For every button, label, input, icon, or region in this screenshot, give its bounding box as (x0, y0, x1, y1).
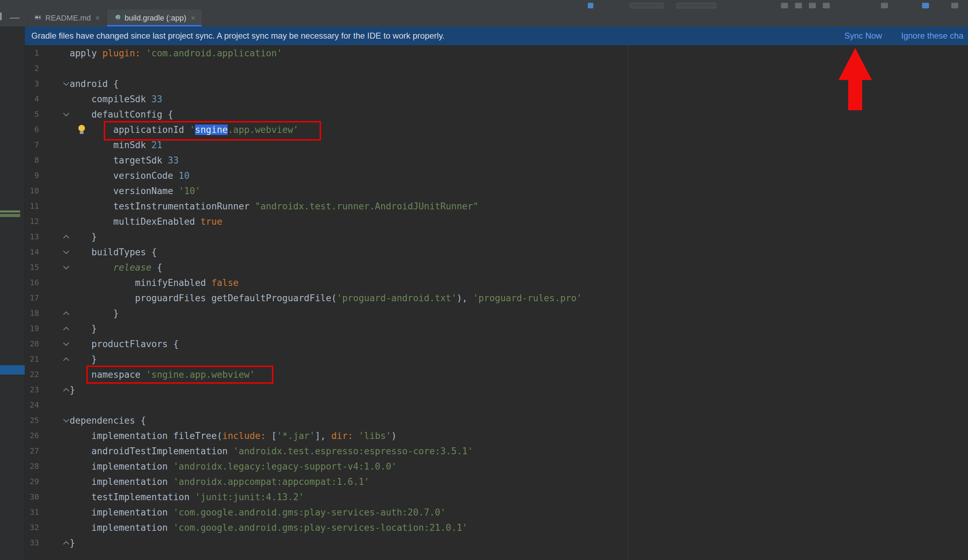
code-text: } (70, 382, 75, 398)
line-number: 6 (25, 122, 39, 137)
toolbar-icon-fragment-5[interactable] (823, 3, 830, 8)
line-number: 2 (25, 61, 39, 76)
line-number: 13 (25, 229, 39, 244)
line-number: 3 (25, 76, 39, 91)
tab-label: build.gradle (:app) (125, 13, 186, 23)
toolbar-icon-fragment-1[interactable] (588, 3, 593, 8)
code-line-15[interactable]: 15 release { (25, 260, 968, 275)
code-line-2[interactable]: 2 (25, 61, 968, 76)
tab-build-gradle[interactable]: build.gradle (:app) × (106, 9, 202, 26)
line-number: 27 (25, 443, 39, 459)
code-line-26[interactable]: 26 implementation fileTree(include: ['*.… (25, 428, 968, 443)
fold-down-icon[interactable] (63, 260, 70, 275)
ignore-changes-button[interactable]: Ignore these cha (901, 26, 963, 45)
code-line-11[interactable]: 11 testInstrumentationRunner "androidx.t… (25, 198, 968, 214)
code-text: } (70, 352, 97, 367)
fold-down-icon[interactable] (63, 244, 70, 260)
code-line-28[interactable]: 28 implementation 'androidx.legacy:legac… (25, 459, 968, 474)
code-line-18[interactable]: 18 } (25, 306, 968, 321)
line-number: 15 (25, 260, 39, 275)
code-line-20[interactable]: 20 productFlavors { (25, 336, 968, 352)
line-number: 25 (25, 413, 39, 428)
gradle-sync-banner: Gradle files have changed since last pro… (25, 26, 968, 45)
code-line-5[interactable]: 5 defaultConfig { (25, 107, 968, 122)
line-number: 33 (25, 535, 39, 551)
code-line-17[interactable]: 17 proguardFiles getDefaultProguardFile(… (25, 291, 968, 306)
fold-down-icon[interactable] (63, 76, 70, 91)
panel-mark-green (0, 210, 20, 213)
fold-up-icon[interactable] (63, 352, 70, 367)
tab-readme-md[interactable]: README.md × (27, 9, 106, 26)
toolbar-icon-fragment-2[interactable] (781, 3, 788, 8)
tool-window-icon-fragment[interactable] (0, 13, 2, 20)
code-text: release { (70, 260, 162, 275)
code-text: targetSdk 33 (70, 153, 179, 168)
code-line-31[interactable]: 31 implementation 'com.google.android.gm… (25, 505, 968, 520)
code-line-21[interactable]: 21 } (25, 352, 968, 367)
run-config-selector-fragment[interactable] (676, 3, 716, 8)
toolbar-icon-fragment-3[interactable] (795, 3, 802, 8)
panel-mark-green (0, 214, 20, 217)
code-line-33[interactable]: 33} (25, 535, 968, 551)
fold-up-icon[interactable] (63, 321, 70, 336)
line-number: 12 (25, 214, 39, 229)
annotation-arrow-up (839, 47, 872, 110)
code-text: dependencies { (70, 413, 146, 428)
fold-down-icon[interactable] (63, 107, 70, 122)
code-line-9[interactable]: 9 versionCode 10 (25, 168, 968, 183)
code-line-10[interactable]: 10 versionName '10' (25, 183, 968, 198)
code-line-23[interactable]: 23} (25, 382, 968, 398)
fold-up-icon[interactable] (63, 382, 70, 398)
device-selector-fragment[interactable] (630, 3, 664, 8)
code-text: testImplementation 'junit:junit:4.13.2' (70, 489, 304, 505)
toolbar-icon-fragment-4[interactable] (809, 3, 816, 8)
line-number: 14 (25, 244, 39, 260)
close-tab-icon[interactable]: × (191, 13, 196, 23)
sync-now-button[interactable]: Sync Now (844, 26, 882, 45)
code-line-19[interactable]: 19 } (25, 321, 968, 336)
left-panel-strip[interactable] (0, 26, 25, 560)
banner-message: Gradle files have changed since last pro… (31, 26, 445, 45)
code-line-8[interactable]: 8 targetSdk 33 (25, 153, 968, 168)
fold-up-icon[interactable] (63, 535, 70, 551)
code-text: compileSdk 33 (70, 91, 162, 107)
line-number: 5 (25, 107, 39, 122)
toolbar-icon-fragment-6[interactable] (922, 3, 929, 8)
settings-icon-fragment[interactable] (951, 3, 958, 8)
fold-up-icon[interactable] (63, 229, 70, 244)
code-line-24[interactable]: 24 (25, 398, 968, 413)
code-line-4[interactable]: 4 compileSdk 33 (25, 91, 968, 107)
annotation-box-namespace (86, 365, 273, 384)
fold-down-icon[interactable] (63, 336, 70, 352)
close-tab-icon[interactable]: × (95, 13, 100, 23)
code-line-13[interactable]: 13 } (25, 229, 968, 244)
code-text: } (70, 306, 119, 321)
code-line-29[interactable]: 29 implementation 'androidx.appcompat:ap… (25, 474, 968, 489)
search-icon-fragment[interactable] (881, 3, 888, 8)
code-text: } (70, 229, 97, 244)
code-line-12[interactable]: 12 multiDexEnabled true (25, 214, 968, 229)
fold-down-icon[interactable] (63, 413, 70, 428)
code-editor[interactable]: 1apply plugin: 'com.android.application'… (25, 45, 968, 560)
code-line-3[interactable]: 3android { (25, 76, 968, 91)
markdown-file-icon (34, 13, 42, 23)
line-number: 31 (25, 505, 39, 520)
code-line-32[interactable]: 32 implementation 'com.google.android.gm… (25, 520, 968, 535)
line-number: 28 (25, 459, 39, 474)
fold-up-icon[interactable] (63, 306, 70, 321)
code-text: minifyEnabled false (70, 275, 239, 291)
code-line-14[interactable]: 14 buildTypes { (25, 244, 968, 260)
line-number: 22 (25, 367, 39, 382)
code-line-27[interactable]: 27 androidTestImplementation 'androidx.t… (25, 443, 968, 459)
gradle-file-icon (113, 13, 121, 23)
code-line-16[interactable]: 16 minifyEnabled false (25, 275, 968, 291)
code-text: androidTestImplementation 'androidx.test… (70, 443, 473, 459)
line-number: 11 (25, 198, 39, 214)
code-text: implementation fileTree(include: ['*.jar… (70, 428, 396, 443)
code-line-25[interactable]: 25dependencies { (25, 413, 968, 428)
code-line-30[interactable]: 30 testImplementation 'junit:junit:4.13.… (25, 489, 968, 505)
code-line-1[interactable]: 1apply plugin: 'com.android.application' (25, 46, 968, 61)
minimize-icon[interactable]: — (10, 9, 20, 26)
panel-mark-blue (0, 365, 25, 375)
code-text: testInstrumentationRunner "androidx.test… (70, 198, 478, 214)
